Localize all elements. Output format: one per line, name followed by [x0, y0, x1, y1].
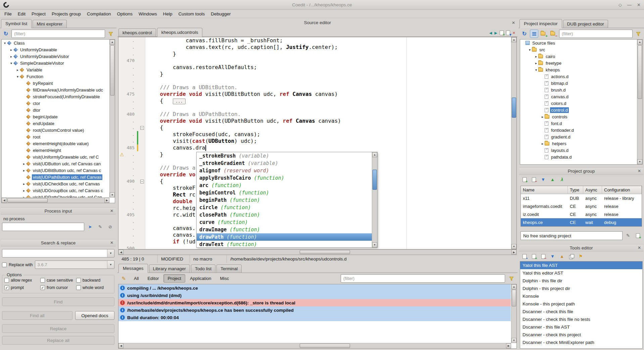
- file-item[interactable]: Source files: [520, 40, 642, 46]
- expand-icon[interactable]: ▸: [534, 61, 538, 65]
- move-project-down-button[interactable]: ▼: [539, 175, 547, 184]
- window-minimize-button[interactable]: —: [627, 2, 632, 7]
- window-close-button[interactable]: ✕: [637, 2, 641, 7]
- tool-item[interactable]: Yatol this editor AST: [520, 269, 642, 277]
- expand-icon[interactable]: ▸: [540, 142, 545, 145]
- search-dropdown-button[interactable]: ▼: [107, 249, 114, 257]
- menu-projects-group[interactable]: Projects group: [49, 10, 84, 17]
- document-tab-kheops-udcontrols[interactable]: kheops.udcontrols: [157, 28, 203, 37]
- tool-item[interactable]: Dolphin - this project dir: [520, 285, 642, 292]
- scroll-arrow[interactable]: ▶: [506, 343, 511, 348]
- nav-back-button[interactable]: ◀: [489, 31, 492, 35]
- file-item[interactable]: ▾kheops: [520, 66, 642, 73]
- scroll-arrow[interactable]: ▲: [511, 284, 516, 289]
- code-line[interactable]: 470: [118, 57, 516, 64]
- symbol-item[interactable]: dtor: [2, 107, 115, 113]
- file-item[interactable]: gradient.d: [520, 133, 642, 140]
- symbol-item[interactable]: ▾SimpleDrawableVisitor: [2, 60, 115, 66]
- expand-icon[interactable]: ▸: [15, 68, 20, 72]
- message-row[interactable]: icompiling / ... /kheops/kheops.ce: [118, 284, 511, 292]
- scroll-thumb[interactable]: [300, 250, 350, 254]
- symbol-item[interactable]: elementHeight(double value): [2, 140, 115, 147]
- project-group-close-button[interactable]: ✕: [638, 169, 641, 173]
- column-header-name[interactable]: Name: [521, 186, 568, 194]
- project-row[interactable]: x11DUBasyncrelease - library: [521, 194, 642, 202]
- menu-file[interactable]: File: [1, 10, 15, 17]
- menu-options[interactable]: Options: [114, 10, 136, 17]
- tree-view-toggle-button[interactable]: [530, 30, 538, 38]
- refresh-symbols-button[interactable]: ↻: [2, 30, 10, 38]
- project-row[interactable]: imageformats.coeditCEasyncrelease: [521, 202, 642, 210]
- completion-item[interactable]: closePath(function): [197, 211, 377, 219]
- file-item[interactable]: ▾src: [520, 46, 642, 53]
- project-row[interactable]: iz.coeditCEasyncrelease: [521, 210, 642, 218]
- document-tab-kheops-control[interactable]: kheops.control: [118, 28, 156, 37]
- scroll-thumb[interactable]: [512, 290, 516, 306]
- move-tool-down-button[interactable]: ▼: [548, 252, 557, 260]
- messages-filter-input[interactable]: [341, 274, 505, 283]
- add-folder-button[interactable]: +: [540, 30, 548, 38]
- expand-icon[interactable]: ▸: [22, 169, 26, 172]
- expand-icon[interactable]: ▸: [9, 48, 13, 52]
- tool-item[interactable]: Konsole - this project path: [520, 300, 642, 308]
- editor-vscrollbar[interactable]: ▲▼: [511, 37, 516, 249]
- column-header-async[interactable]: Async: [583, 186, 602, 194]
- source-editor-close-button[interactable]: ✕: [512, 20, 515, 25]
- completion-item[interactable]: arc(function): [197, 182, 377, 189]
- scroll-arrow[interactable]: ◀: [2, 198, 7, 203]
- completion-item[interactable]: curve(function): [197, 219, 377, 226]
- scroll-arrow[interactable]: ▲: [511, 37, 516, 42]
- symbol-item[interactable]: strokeFocused(UniformlyDrawable: [2, 93, 115, 100]
- opened-docs-button[interactable]: Opened docs: [75, 311, 114, 320]
- search-input[interactable]: [2, 251, 107, 256]
- symbol-item[interactable]: ▸visit(UDButton udc, ref Canvas can: [2, 160, 115, 167]
- find-all-button[interactable]: Find all: [2, 311, 72, 320]
- code-line[interactable]: .: [118, 104, 516, 111]
- code-line[interactable]: .− {: [118, 124, 516, 131]
- scroll-arrow[interactable]: ▼: [110, 192, 115, 197]
- message-row[interactable]: i/home/basile/dev/projects/kheops/kheops…: [118, 306, 511, 314]
- scroll-arrow[interactable]: ▼: [637, 159, 642, 164]
- expand-icon[interactable]: ▸: [22, 189, 26, 192]
- new-tool-button[interactable]: ▪: [520, 252, 529, 260]
- tool-item[interactable]: Dscanner - this file AST: [520, 323, 642, 331]
- scroll-thumb[interactable]: [110, 45, 114, 96]
- backward-checkbox[interactable]: [76, 278, 81, 283]
- process-input-close-button[interactable]: ✕: [110, 209, 113, 213]
- scroll-arrow[interactable]: ▼: [372, 242, 377, 247]
- expand-icon[interactable]: ▸: [534, 55, 538, 58]
- replace-input[interactable]: [35, 262, 107, 267]
- files-tree-vscrollbar[interactable]: ▲▼: [637, 40, 642, 164]
- completion-vscrollbar[interactable]: ▲▼: [372, 152, 377, 247]
- menu-project[interactable]: Project: [29, 10, 49, 17]
- scroll-arrow[interactable]: ▼: [511, 244, 516, 249]
- tab-library-manager[interactable]: Library manager: [149, 265, 190, 273]
- tab-project-inspector[interactable]: Project inspector: [519, 19, 562, 28]
- completion-item[interactable]: drawText(function): [197, 241, 377, 248]
- filter-project-button[interactable]: Project: [163, 274, 185, 283]
- menu-edit[interactable]: Edit: [15, 10, 29, 17]
- menu-help[interactable]: Help: [160, 10, 176, 17]
- code-line[interactable]: . canvas.restoreAllDefaults;: [118, 64, 516, 71]
- scroll-thumb[interactable]: [300, 344, 350, 348]
- code-line[interactable]: . }: [118, 71, 516, 77]
- case-sensitive-checkbox[interactable]: [40, 278, 45, 283]
- code-line[interactable]: .: [118, 77, 516, 84]
- symbol-item[interactable]: ▸UniformlyDrawable: [2, 46, 115, 53]
- expand-icon[interactable]: ▸: [22, 162, 26, 166]
- process-input-field[interactable]: [2, 223, 84, 231]
- scroll-arrow[interactable]: ▶: [511, 250, 516, 254]
- messages-hscrollbar[interactable]: ◀▶: [118, 343, 511, 348]
- message-row[interactable]: iusing /usr/bin/dmd (dmd): [118, 292, 511, 299]
- tool-item[interactable]: Dscanner - check this file no tests: [520, 315, 642, 323]
- run-tool-button[interactable]: ⚑: [577, 252, 585, 260]
- completion-item[interactable]: _strokeBrush(variable): [197, 152, 377, 160]
- refresh-project-button[interactable]: ↻: [520, 30, 529, 38]
- file-item[interactable]: layouts.d: [520, 147, 642, 154]
- allow-regex-checkbox[interactable]: [4, 278, 9, 283]
- move-tool-up-button[interactable]: ▲: [558, 252, 566, 260]
- code-line[interactable]: 480 /// Draws a UDPathButton.: [118, 111, 516, 118]
- symbol-item[interactable]: ▸visit(UDBitButton udc, ref Canvas c: [2, 167, 115, 174]
- symbol-tree-vscrollbar[interactable]: ▲▼: [109, 40, 115, 197]
- move-project-up-button[interactable]: ▲: [548, 175, 557, 184]
